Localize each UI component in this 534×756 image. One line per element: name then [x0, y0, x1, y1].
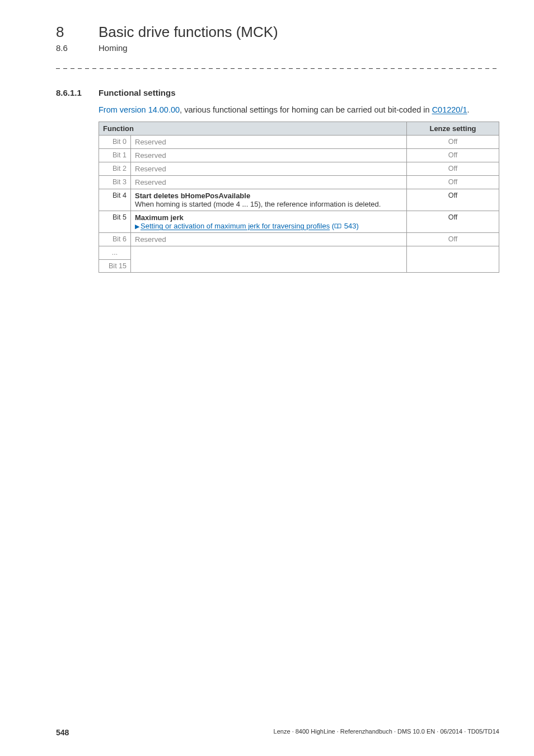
page-ref: ( 543)	[332, 222, 359, 230]
setting-cell: Off	[407, 211, 499, 233]
chapter-title: Basic drive functions (MCK)	[99, 24, 278, 41]
version-text: From version 14.00.00	[99, 105, 180, 114]
setting-cell: Off	[407, 189, 499, 211]
table-row: Bit 0 Reserved Off	[99, 136, 499, 149]
row-title: Maximum jerk	[135, 213, 184, 222]
desc-cell: Reserved	[131, 136, 407, 149]
body-text-2: .	[467, 105, 470, 114]
footer-text: Lenze · 8400 HighLine · Referenzhandbuch…	[274, 728, 499, 737]
arrow-icon: ▶	[135, 223, 139, 230]
bit-cell: ...	[99, 246, 131, 260]
bit-cell: Bit 6	[99, 233, 131, 246]
divider	[56, 68, 499, 69]
setting-cell: Off	[407, 149, 499, 162]
table-row: Bit 2 Reserved Off	[99, 162, 499, 176]
table-row: Bit 6 Reserved Off	[99, 233, 499, 246]
body-text-1: , various functional settings for homing…	[180, 105, 432, 114]
page-ref-num: 543	[344, 222, 357, 230]
desc-cell: Reserved	[131, 176, 407, 189]
setting-cell: Off	[407, 162, 499, 176]
cross-reference-link[interactable]: Setting or activation of maximum jerk fo…	[140, 222, 330, 230]
bit-cell: Bit 4	[99, 189, 131, 211]
table-row: Bit 1 Reserved Off	[99, 149, 499, 162]
section-number: 8.6	[56, 43, 99, 53]
subsection-title: Functional settings	[99, 88, 176, 97]
bit-cell: Bit 1	[99, 149, 131, 162]
section-title: Homing	[99, 43, 128, 53]
setting-cell: Off	[407, 233, 499, 246]
row-title: Start deletes bHomePosAvailable	[135, 192, 250, 200]
table-row: Bit 3 Reserved Off	[99, 176, 499, 189]
table-head-lenze: Lenze setting	[407, 122, 499, 136]
table-row: Bit 4 Start deletes bHomePosAvailable Wh…	[99, 189, 499, 211]
subsection-number: 8.6.1.1	[56, 88, 99, 97]
desc-cell: Reserved	[131, 233, 407, 246]
function-table-cont: ... . . Bit 15 . .	[99, 246, 499, 273]
setting-cell: Off	[407, 136, 499, 149]
bit-cell: Bit 5	[99, 211, 131, 233]
table-row: Bit 5 Maximum jerk ▶Setting or activatio…	[99, 211, 499, 233]
body-paragraph: From version 14.00.00, various functiona…	[99, 104, 499, 116]
row-detail: When homing is started (mode 4 ... 15), …	[135, 200, 381, 208]
desc-cell: Maximum jerk ▶Setting or activation of m…	[131, 211, 407, 233]
page-number: 548	[56, 728, 69, 737]
desc-cell: Start deletes bHomePosAvailable When hom…	[131, 189, 407, 211]
desc-cell: Reserved	[131, 149, 407, 162]
book-icon	[334, 222, 341, 228]
bit-cell: Bit 15	[99, 259, 131, 273]
code-link[interactable]: C01220/1	[432, 105, 467, 114]
bit-cell: Bit 3	[99, 176, 131, 189]
table-row: ... . .	[99, 246, 499, 260]
chapter-number: 8	[56, 24, 99, 41]
table-row: Bit 15 . .	[99, 259, 499, 273]
function-table: Function Lenze setting Bit 0 Reserved Of…	[99, 122, 499, 246]
desc-cell: Reserved	[131, 162, 407, 176]
setting-cell: Off	[407, 176, 499, 189]
bit-cell: Bit 0	[99, 136, 131, 149]
table-head-function: Function	[99, 122, 407, 136]
bit-cell: Bit 2	[99, 162, 131, 176]
